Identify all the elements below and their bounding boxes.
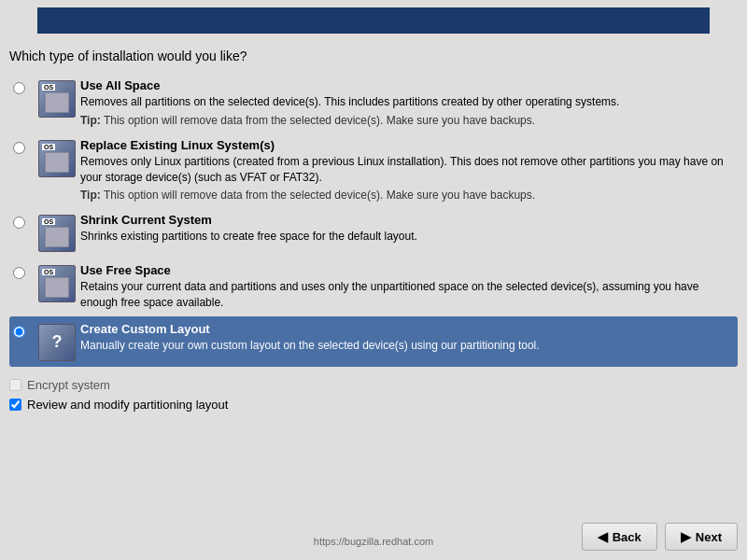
icon-use-all-space: OS — [34, 78, 80, 118]
radio-shrink-current[interactable] — [13, 217, 25, 229]
checkbox-review-partitioning[interactable] — [9, 399, 21, 411]
radio-use-all-space[interactable] — [13, 82, 25, 94]
next-icon: ▶ — [681, 529, 691, 544]
back-icon: ◀ — [598, 529, 608, 544]
option-desc-replace-existing: Removes only Linux partitions (created f… — [80, 154, 734, 186]
question-text: Which type of installation would you lik… — [0, 41, 747, 73]
checkbox-row-encrypt-system: Encrypt system — [9, 378, 738, 392]
option-title-replace-existing: Replace Existing Linux System(s) — [80, 138, 734, 152]
option-desc-shrink-current: Shrinks existing partitions to create fr… — [80, 229, 734, 245]
back-button[interactable]: ◀ Back — [582, 523, 657, 551]
option-title-create-custom-layout: Create Custom Layout — [80, 322, 734, 336]
option-row-create-custom-layout[interactable]: ?Create Custom LayoutManually create you… — [9, 316, 738, 367]
option-title-use-all-space: Use All Space — [80, 78, 734, 92]
checkbox-row-review-partitioning: Review and modify partitioning layout — [9, 398, 738, 412]
radio-create-custom-layout[interactable] — [13, 326, 25, 338]
option-row-replace-existing[interactable]: OSReplace Existing Linux System(s)Remove… — [9, 133, 738, 208]
icon-create-custom-layout: ? — [34, 322, 80, 361]
back-label: Back — [613, 530, 641, 544]
option-tip-use-all-space: Tip: This option will remove data from t… — [80, 114, 734, 127]
option-desc-use-all-space: Removes all partitions on the selected d… — [80, 94, 734, 110]
option-desc-use-free-space: Retains your current data and partitions… — [80, 279, 734, 311]
bottom-section: Encrypt systemReview and modify partitio… — [0, 367, 747, 412]
top-bar — [37, 7, 710, 34]
option-title-use-free-space: Use Free Space — [80, 263, 734, 277]
next-label: Next — [696, 530, 722, 544]
icon-shrink-current: OS — [34, 213, 80, 252]
radio-replace-existing[interactable] — [13, 142, 25, 154]
checkbox-label-review-partitioning: Review and modify partitioning layout — [27, 398, 228, 412]
icon-replace-existing: OS — [34, 138, 80, 177]
option-title-shrink-current: Shrink Current System — [80, 213, 734, 227]
checkbox-label-encrypt-system: Encrypt system — [27, 378, 110, 392]
option-row-shrink-current[interactable]: OSShrink Current SystemShrinks existing … — [9, 207, 738, 258]
checkbox-encrypt-system — [9, 379, 21, 391]
radio-use-free-space[interactable] — [13, 267, 25, 279]
option-row-use-free-space[interactable]: OSUse Free SpaceRetains your current dat… — [9, 258, 738, 316]
option-tip-replace-existing: Tip: This option will remove data from t… — [80, 189, 734, 202]
footer-buttons: ◀ Back ▶ Next — [582, 523, 738, 551]
icon-use-free-space: OS — [34, 263, 80, 302]
next-button[interactable]: ▶ Next — [665, 523, 738, 551]
option-desc-create-custom-layout: Manually create your own custom layout o… — [80, 338, 734, 354]
option-row-use-all-space[interactable]: OSUse All SpaceRemoves all partitions on… — [9, 73, 738, 133]
options-container: OSUse All SpaceRemoves all partitions on… — [0, 73, 747, 367]
